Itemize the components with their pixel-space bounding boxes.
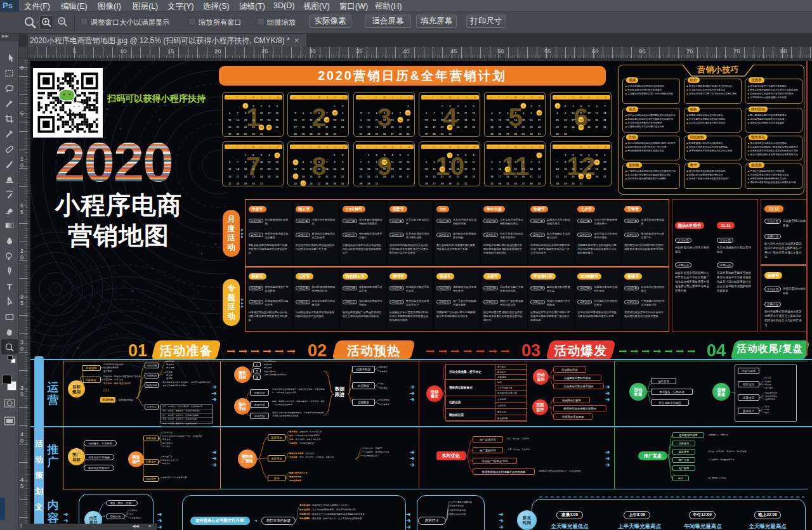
svg-text:T: T [7,282,12,291]
